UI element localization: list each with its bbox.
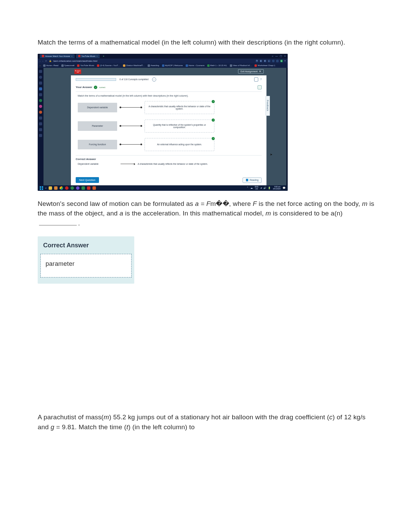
bookmarks-chevron-icon[interactable]: › — [40, 64, 40, 66]
taskbar-app-icon-4[interactable] — [82, 186, 85, 190]
bookmark-2[interactable]: Грамотний — [61, 64, 75, 67]
your-answer-sound-icon[interactable] — [258, 85, 262, 89]
browser-tab-1[interactable]: Answer Match Your Answer × — [40, 54, 75, 58]
question-3-text: A parachutist of mass(m) 55.2 kg jumps o… — [38, 412, 377, 432]
bookmark-8[interactable]: Home › Coursera — [186, 64, 204, 67]
rail-icon-8[interactable] — [39, 111, 42, 114]
bookmark-6[interactable]: Awarding — [148, 64, 159, 67]
fill-in-blank[interactable] — [39, 219, 77, 225]
nav-forward-icon[interactable]: › — [42, 60, 43, 62]
tray-wifi-icon[interactable]: ⸙ — [261, 187, 262, 189]
your-answer-status: correct — [99, 86, 105, 88]
taskbar-chrome-icon[interactable] — [60, 186, 63, 190]
tray-battery-icon[interactable]: 🔋 — [268, 187, 271, 189]
term-box-1[interactable]: Dependent variable — [78, 103, 117, 112]
match-row-3: Forcing function An external influence a… — [78, 138, 262, 151]
inner-ca-term: Dependent variable — [78, 163, 117, 165]
bookmark-3[interactable]: YouTube Music — [77, 64, 94, 67]
desc-3-correct-icon: ✓ — [212, 137, 215, 140]
rail-icon-12[interactable] — [39, 134, 42, 137]
inner-correct-answer-header: Correct Answer — [76, 155, 262, 162]
start-button-icon[interactable] — [40, 186, 43, 190]
desc-text-2: Quantity that is reflective of the syste… — [147, 124, 212, 128]
window-min-icon[interactable]: — — [275, 55, 278, 57]
bookmark-4[interactable]: (2-4) Source › YouT… — [97, 64, 120, 67]
window-close-icon[interactable]: × — [284, 55, 286, 57]
addr-icon-6[interactable]: ⬚ — [276, 60, 279, 62]
addr-icon-2[interactable]: ✿ — [260, 60, 262, 62]
taskbar-explorer-icon[interactable] — [49, 186, 52, 190]
reading-label: Reading — [250, 179, 259, 181]
rail-icon-2[interactable] — [39, 76, 42, 79]
progress-toolbar-icon-1[interactable] — [254, 77, 258, 82]
rail-icon-7[interactable] — [39, 105, 42, 108]
app-header: Mc Graw Hill Exit Assignment ✕ — [43, 68, 286, 75]
rail-icon-1[interactable] — [39, 70, 42, 73]
addr-profile-icon[interactable]: E — [280, 60, 283, 62]
window-controls: ⌕ — ▢ × — [272, 54, 286, 59]
tray-volume-icon[interactable]: 🔊 — [263, 187, 266, 189]
rail-icon-10[interactable] — [39, 122, 42, 125]
reading-button[interactable]: 📘 Reading — [242, 177, 262, 183]
exit-assignment-button[interactable]: Exit Assignment ✕ — [238, 69, 264, 74]
desc-box-1[interactable]: A characteristic that usually reflects t… — [145, 101, 214, 114]
new-tab-button[interactable]: ＋ — [101, 54, 105, 58]
browser-tab-2[interactable]: YouTube Music × — [76, 54, 100, 58]
rail-icon-5[interactable] — [39, 93, 42, 96]
nav-reload-icon[interactable]: ⟳ — [45, 60, 47, 62]
addr-icon-4[interactable]: ▷ — [268, 60, 271, 62]
bookmark-5[interactable]: Citation Machine®… — [123, 64, 145, 67]
rail-icon-3[interactable] — [39, 82, 42, 85]
term-box-3[interactable]: Forcing function — [78, 140, 117, 149]
rail-icon-11[interactable] — [39, 128, 42, 131]
tab-1-title: Answer Match Your Answer — [45, 55, 70, 57]
rail-icon-4[interactable] — [39, 87, 42, 90]
addr-icon-1[interactable]: ⧉ — [256, 60, 258, 62]
tray-language[interactable]: ENGUS — [255, 186, 259, 190]
taskbar-app-icon-3[interactable] — [76, 186, 79, 190]
os-taskbar: ⌕ ˄ ☁ ENGUS ⸙ 🔊 🔋 — [38, 185, 288, 191]
rail-icon-9[interactable] — [39, 116, 42, 120]
taskbar-opera-icon[interactable] — [65, 186, 68, 190]
taskbar-search-icon[interactable]: ⌕ — [45, 187, 47, 189]
bookmark-1[interactable]: Home › Read — [43, 64, 59, 67]
rail-icon-6[interactable] — [39, 99, 42, 102]
desc-box-3[interactable]: An external influence acting upon the sy… — [145, 138, 214, 151]
nav-back-icon[interactable]: ‹ — [40, 60, 40, 62]
question-2-text: Newton's second law of motion can be for… — [38, 199, 377, 228]
taskbar-app-icon-6[interactable] — [92, 186, 96, 190]
inner-instructions: Match the terms of a mathematical model … — [78, 95, 262, 97]
window-max-icon[interactable]: ▢ — [280, 55, 282, 58]
desc-box-2[interactable]: Quantity that is reflective of the syste… — [145, 120, 214, 133]
tray-chevron-up-icon[interactable]: ˄ — [247, 187, 248, 189]
taskbar-app-icon-1[interactable] — [54, 186, 58, 190]
inner-correct-answer-row: Dependent variable A characteristic that… — [78, 163, 262, 165]
bookmark-7[interactable]: MyNCIP | Welcome — [162, 64, 183, 67]
window-search-icon[interactable]: ⌕ — [272, 55, 273, 57]
taskbar-app-icon-2[interactable] — [71, 186, 74, 190]
match-row-2: Parameter Quantity that is reflective of… — [78, 120, 262, 133]
addr-kebab-icon[interactable]: ≡ — [284, 60, 286, 62]
desc-text-1: A characteristic that usually reflects t… — [147, 105, 212, 110]
tab-2-close-icon[interactable]: × — [96, 55, 98, 57]
bookmark-9[interactable]: Math 1 › 10.15 A/L — [207, 64, 227, 67]
progress-help-icon[interactable]: ? — [260, 78, 262, 81]
taskbar-tray: ˄ ☁ ENGUS ⸙ 🔊 🔋 9:50 am24/1/2024 💬 — [247, 186, 286, 190]
bookmark-11[interactable]: Worksheet Chapt 1 — [254, 64, 275, 67]
inner-ca-desc: A characteristic that usually reflects t… — [138, 163, 208, 165]
bookmark-10[interactable]: View of Radical Inf… — [230, 64, 252, 67]
term-box-2[interactable]: Parameter — [78, 121, 117, 131]
progress-info-icon[interactable]: i — [152, 77, 156, 82]
next-question-button[interactable]: Next Question — [76, 177, 99, 183]
taskbar-app-icon-5[interactable] — [87, 186, 90, 190]
tray-notif-icon[interactable]: 💬 — [283, 187, 286, 189]
page-url[interactable]: learn.mheducation.com/static/awd/index.h… — [53, 60, 97, 62]
feedback-tab[interactable]: Feedback — [265, 96, 270, 116]
tray-clock[interactable]: 9:50 am24/1/2024 — [273, 186, 281, 190]
tray-cloud-icon[interactable]: ☁ — [250, 187, 253, 189]
favicon-youtube-icon — [78, 55, 80, 57]
exit-assignment-x-icon: ✕ — [259, 70, 261, 73]
addr-icon-5[interactable]: ♡ — [272, 60, 275, 62]
tab-1-close-icon[interactable]: × — [71, 55, 73, 57]
addr-icon-3[interactable]: ✚ — [264, 60, 266, 62]
